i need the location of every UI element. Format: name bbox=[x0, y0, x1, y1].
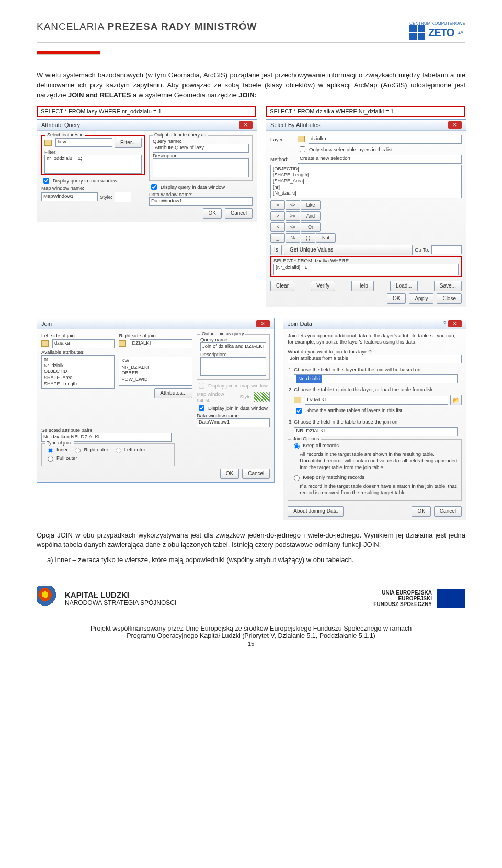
query-name-input[interactable]: Attribute Query of lasy bbox=[153, 144, 249, 153]
match-desc: If a record in the target table doesn't … bbox=[300, 483, 458, 496]
query-left: SELECT * FROM lasy WHERE nr_oddzialu = 1 bbox=[37, 106, 256, 117]
join-desc-textarea[interactable] bbox=[200, 357, 266, 376]
op-ge[interactable]: >= bbox=[286, 211, 300, 221]
op-not[interactable]: Not bbox=[316, 233, 336, 243]
filter-button[interactable]: Filter... bbox=[115, 138, 142, 148]
ok-button[interactable]: OK bbox=[203, 208, 222, 219]
inner-radio[interactable]: Inner bbox=[45, 446, 68, 453]
ok-button[interactable]: OK bbox=[387, 293, 406, 304]
out-legend: Output join as query bbox=[200, 331, 246, 336]
op-gt[interactable]: > bbox=[270, 211, 285, 221]
sba-title: Select By Attributes bbox=[270, 122, 320, 128]
close-icon[interactable]: ✕ bbox=[448, 320, 462, 327]
help-icon[interactable]: ? bbox=[443, 321, 446, 326]
sba-layer-label: Layer: bbox=[270, 136, 295, 142]
sf-legend: Select features in bbox=[45, 132, 85, 138]
eu-block: UNIA EUROPEJSKA EUROPEJSKI FUNDUSZ SPOŁE… bbox=[373, 589, 465, 608]
close-button[interactable]: Close bbox=[437, 293, 462, 304]
save-button[interactable]: Save... bbox=[434, 281, 462, 291]
cancel-button[interactable]: Cancel bbox=[242, 469, 270, 479]
load-button[interactable]: Load... bbox=[390, 281, 418, 291]
ok-button[interactable]: OK bbox=[412, 506, 430, 517]
filter-textarea[interactable]: nr_oddzialu = 1; bbox=[44, 155, 142, 174]
op-eq[interactable]: = bbox=[270, 200, 285, 210]
op-le[interactable]: <= bbox=[286, 222, 300, 232]
step3-select[interactable]: NR_DZIALKI bbox=[294, 427, 458, 436]
ro-label: Right outer bbox=[84, 447, 108, 452]
display-map-checkbox[interactable]: Display query in map window bbox=[41, 176, 117, 185]
out-legend: Output attribute query as bbox=[153, 132, 208, 138]
join-query-input[interactable]: Join of dzialka and DZIALKI bbox=[200, 342, 266, 351]
left-attrs-list[interactable]: nr Nr_dzialki OBJECTID SHAPE_Area SHAPE_… bbox=[41, 355, 115, 389]
left-outer-radio[interactable]: Left outer bbox=[113, 446, 145, 453]
about-button[interactable]: About Joining Data bbox=[288, 506, 344, 517]
layer-select[interactable]: lasy bbox=[55, 138, 112, 147]
close-icon[interactable]: ✕ bbox=[448, 121, 462, 129]
step1-value[interactable]: Nr_dzialki bbox=[296, 375, 322, 383]
avail-label: Available attributes: bbox=[41, 349, 115, 355]
only-selectable-checkbox[interactable]: Only show selectable layers in this list bbox=[298, 145, 392, 154]
match-label: Keep only matching records bbox=[303, 474, 364, 480]
display-data-checkbox[interactable]: Display query in data window bbox=[149, 182, 225, 191]
map-window-select[interactable]: MapWindow1 bbox=[41, 192, 98, 201]
step2-select[interactable]: DZIALKI bbox=[305, 396, 448, 405]
style-label: Style: bbox=[100, 194, 112, 200]
footer-line-1: Projekt współfinansowany przez Unię Euro… bbox=[37, 625, 465, 632]
selpair-label: Selected attribute pairs: bbox=[41, 427, 270, 433]
p1-bold2: JOIN: bbox=[238, 91, 257, 99]
close-icon[interactable]: ✕ bbox=[256, 320, 270, 327]
right-select[interactable]: DZIALKI bbox=[130, 339, 192, 348]
right-attrs-list[interactable]: KW NR_DZIALKI OBREB POW_EWID bbox=[119, 357, 192, 386]
where-textarea[interactable]: [Nr_dzialki] =1 bbox=[273, 264, 459, 275]
style-swatch[interactable] bbox=[115, 192, 131, 202]
select-by-attributes-dialog: Select By Attributes ✕ Layer:dzialka Onl… bbox=[266, 119, 466, 307]
zeto-logo: ZETO SA bbox=[409, 25, 465, 40]
where-block: SELECT * FROM dzialka WHERE: [Nr_dzialki… bbox=[270, 256, 462, 277]
keep-matching-radio[interactable]: Keep only matching records bbox=[291, 474, 364, 481]
gov-title-1: KANCELARIA bbox=[37, 21, 108, 32]
show-tables-checkbox[interactable]: Show the attribute tables of layers in t… bbox=[294, 406, 402, 415]
steps-list: Choose the field in this layer that the … bbox=[294, 367, 462, 436]
right-outer-radio[interactable]: Right outer bbox=[72, 446, 108, 453]
method-select[interactable]: Create a new selection bbox=[298, 155, 462, 164]
ok-button[interactable]: OK bbox=[220, 469, 239, 479]
data-window-select[interactable]: DataWindow1 bbox=[149, 197, 253, 206]
op-pct[interactable]: % bbox=[286, 233, 300, 243]
field-list[interactable]: [OBJECTID] [SHAPE_Length] [SHAPE_Area] [… bbox=[270, 165, 462, 198]
op-paren[interactable]: ( ) bbox=[301, 233, 315, 243]
output-group: Output attribute query as Query name: At… bbox=[149, 135, 253, 181]
cancel-button[interactable]: Cancel bbox=[434, 506, 462, 517]
close-icon[interactable]: ✕ bbox=[239, 121, 253, 129]
apply-button[interactable]: Apply bbox=[409, 293, 433, 304]
op-under[interactable]: _ bbox=[270, 233, 285, 243]
full-outer-radio[interactable]: Full outer bbox=[45, 454, 77, 462]
output-join-group: Output join as query Query name: Join of… bbox=[197, 334, 270, 380]
sba-layer-select[interactable]: dzialka bbox=[309, 135, 462, 144]
op-ne[interactable]: <> bbox=[286, 200, 300, 210]
dd-label: Display query in data window bbox=[161, 184, 225, 190]
verify-button[interactable]: Verify bbox=[311, 281, 335, 291]
from-label: SELECT * FROM dzialka WHERE: bbox=[273, 258, 459, 264]
get-unique-button[interactable]: Get Unique Values bbox=[284, 245, 413, 255]
keep-all-radio[interactable]: Keep all records bbox=[291, 442, 339, 449]
desc-textarea[interactable] bbox=[153, 158, 249, 177]
join-type-group: Type of join: Inner Right outer Left out… bbox=[41, 443, 175, 466]
type-legend: Type of join: bbox=[45, 440, 74, 446]
help-button[interactable]: Help bbox=[351, 281, 374, 291]
what-select[interactable]: Join attributes from a table bbox=[288, 355, 462, 363]
p1-bold1: JOIN and RELATES bbox=[68, 91, 131, 99]
clear-button[interactable]: Clear bbox=[270, 281, 294, 291]
table-icon bbox=[119, 340, 126, 347]
data-window-select[interactable]: DataWindow1 bbox=[197, 418, 270, 427]
browse-icon[interactable]: 📂 bbox=[450, 395, 462, 405]
cancel-button[interactable]: Cancel bbox=[225, 208, 253, 219]
display-data-checkbox[interactable]: Display join in data window bbox=[197, 404, 268, 413]
page-number: 15 bbox=[37, 641, 465, 647]
goto-input[interactable] bbox=[431, 245, 462, 254]
left-select[interactable]: dzialka bbox=[52, 339, 115, 348]
is-button[interactable]: Is bbox=[270, 245, 282, 255]
op-lt[interactable]: < bbox=[270, 222, 285, 232]
flag-icon bbox=[37, 48, 100, 55]
paragraph-1: W wielu systemach bazodanowych (w tym Ge… bbox=[37, 71, 465, 100]
attributes-button[interactable]: Attributes... bbox=[154, 388, 192, 398]
